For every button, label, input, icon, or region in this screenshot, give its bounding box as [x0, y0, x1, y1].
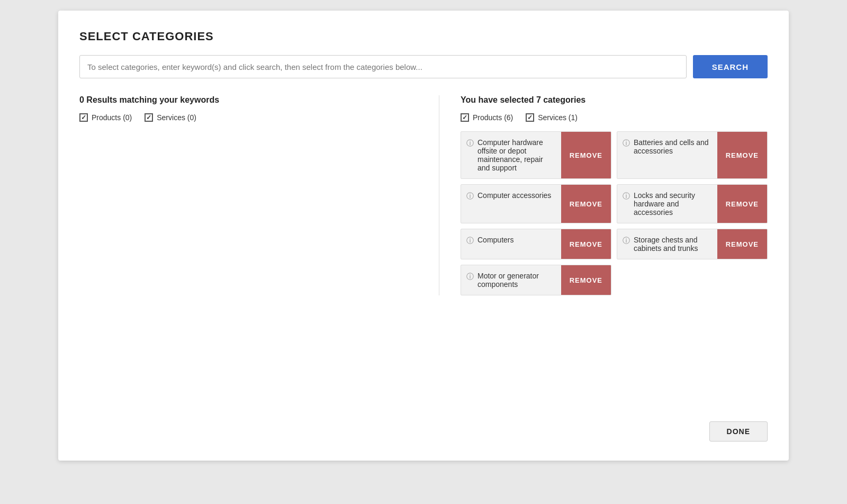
right-panel: You have selected 7 categories Products …: [439, 95, 768, 295]
search-input[interactable]: [79, 55, 687, 78]
category-info: ⓘ Locks and security hardware and access…: [617, 185, 717, 223]
right-services-checkbox[interactable]: [526, 113, 534, 122]
category-label: Motor or generator components: [477, 272, 556, 289]
category-card: ⓘ Batteries and cells and accessories RE…: [617, 131, 768, 179]
left-products-checkbox[interactable]: [79, 113, 88, 122]
remove-button[interactable]: REMOVE: [717, 132, 767, 178]
remove-button[interactable]: REMOVE: [561, 185, 611, 223]
done-button-row: DONE: [709, 421, 768, 442]
info-icon: ⓘ: [466, 192, 474, 201]
category-card: ⓘ Computer accessories REMOVE: [461, 184, 611, 223]
left-filter-services[interactable]: Services (0): [145, 113, 196, 122]
category-info: ⓘ Storage chests and cabinets and trunks: [617, 229, 717, 259]
category-label: Batteries and cells and accessories: [634, 138, 712, 155]
two-col-layout: 0 Results matching your keywords Product…: [79, 95, 768, 295]
search-button[interactable]: SEARCH: [693, 55, 768, 78]
category-info: ⓘ Computers: [461, 229, 561, 259]
remove-button[interactable]: REMOVE: [717, 185, 767, 223]
page-title: SELECT CATEGORIES: [79, 30, 768, 43]
category-label: Locks and security hardware and accessor…: [634, 191, 712, 217]
left-products-label: Products (0): [92, 113, 132, 122]
right-services-label: Services (1): [538, 113, 578, 122]
done-button[interactable]: DONE: [709, 421, 768, 442]
category-card: ⓘ Storage chests and cabinets and trunks…: [617, 229, 768, 259]
left-filter-products[interactable]: Products (0): [79, 113, 132, 122]
right-panel-heading: You have selected 7 categories: [461, 95, 768, 105]
search-row: SEARCH: [79, 55, 768, 78]
modal-container: SELECT CATEGORIES SEARCH 0 Results match…: [58, 11, 789, 461]
category-card: ⓘ Locks and security hardware and access…: [617, 184, 768, 223]
left-filter-row: Products (0) Services (0): [79, 113, 418, 122]
info-icon: ⓘ: [466, 139, 474, 148]
left-panel: 0 Results matching your keywords Product…: [79, 95, 439, 295]
right-products-checkbox[interactable]: [461, 113, 469, 122]
remove-button[interactable]: REMOVE: [561, 132, 611, 178]
category-info: ⓘ Batteries and cells and accessories: [617, 132, 717, 178]
category-label: Computer hardware offsite or depot maint…: [477, 138, 556, 172]
category-grid: ⓘ Computer hardware offsite or depot mai…: [461, 131, 768, 295]
left-services-checkbox[interactable]: [145, 113, 153, 122]
category-label: Storage chests and cabinets and trunks: [634, 236, 712, 253]
category-label: Computers: [477, 236, 513, 244]
right-filter-services[interactable]: Services (1): [526, 113, 578, 122]
remove-button[interactable]: REMOVE: [561, 229, 611, 259]
right-filter-products[interactable]: Products (6): [461, 113, 513, 122]
remove-button[interactable]: REMOVE: [717, 229, 767, 259]
remove-button[interactable]: REMOVE: [561, 265, 611, 295]
category-card: ⓘ Computer hardware offsite or depot mai…: [461, 131, 611, 179]
category-info: ⓘ Computer hardware offsite or depot mai…: [461, 132, 561, 178]
category-card: ⓘ Computers REMOVE: [461, 229, 611, 259]
info-icon: ⓘ: [623, 192, 630, 201]
info-icon: ⓘ: [623, 236, 630, 246]
category-card: ⓘ Motor or generator components REMOVE: [461, 265, 611, 295]
category-label: Computer accessories: [477, 191, 551, 200]
left-services-label: Services (0): [157, 113, 196, 122]
right-filter-row: Products (6) Services (1): [461, 113, 768, 122]
right-products-label: Products (6): [473, 113, 513, 122]
left-panel-heading: 0 Results matching your keywords: [79, 95, 418, 105]
info-icon: ⓘ: [466, 236, 474, 246]
category-info: ⓘ Computer accessories: [461, 185, 561, 223]
category-info: ⓘ Motor or generator components: [461, 265, 561, 295]
info-icon: ⓘ: [466, 272, 474, 282]
info-icon: ⓘ: [623, 139, 630, 148]
